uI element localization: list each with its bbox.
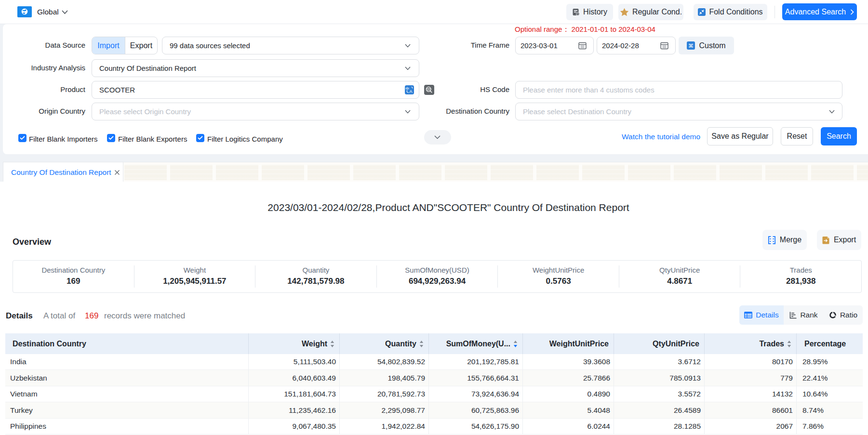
- svg-text:A: A: [409, 89, 413, 94]
- svg-text:⌘: ⌘: [688, 43, 694, 49]
